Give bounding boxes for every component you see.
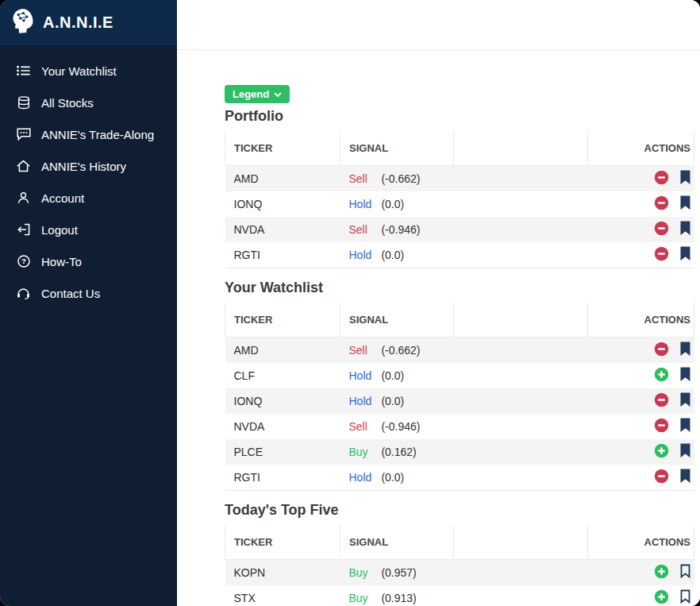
bookmark-button[interactable]: [679, 342, 691, 359]
minus-circle-icon: [654, 221, 669, 238]
bookmark-button[interactable]: [679, 443, 691, 461]
column-header-spacer: [454, 303, 588, 338]
bookmark-button[interactable]: [679, 564, 691, 581]
sidebar-item-logout[interactable]: Logout: [0, 214, 177, 245]
add-to-watchlist-button[interactable]: [654, 589, 669, 606]
column-header-ticker: TICKER: [225, 525, 340, 560]
signal-label: Sell: [349, 420, 379, 433]
signal-cell: Hold (0.0): [340, 465, 454, 491]
stock-row-rgti: RGTIHold (0.0): [225, 465, 694, 491]
sidebar-item-label: ANNIE's Trade-Along: [41, 128, 154, 141]
signal-label: Hold: [349, 369, 379, 382]
actions-cell: [588, 242, 694, 268]
spacer-cell: [454, 166, 588, 192]
sidebar-item-annie-s-history[interactable]: ANNIE's History: [0, 150, 177, 182]
signal-cell: Hold (0.0): [340, 242, 454, 268]
signal-label: Sell: [349, 344, 379, 357]
section-title-watchlist: Your Watchlist: [225, 280, 694, 296]
table-header-row: TICKER SIGNAL ACTIONS: [225, 525, 694, 560]
main-area: Legend Portfolio TICKER SIGNAL ACTIONS: [177, 0, 700, 606]
bookmark-button[interactable]: [679, 589, 691, 606]
remove-from-watchlist-button[interactable]: [654, 170, 669, 187]
remove-from-watchlist-button[interactable]: [654, 246, 669, 264]
signal-value: (0.0): [379, 369, 405, 382]
actions-cell: [588, 388, 694, 414]
remove-from-watchlist-button[interactable]: [654, 469, 669, 486]
actions-cell: [588, 363, 694, 388]
bookmark-filled-icon: [679, 221, 691, 238]
ticker-cell: STX: [225, 585, 340, 606]
signal-cell: Sell (-0.662): [340, 166, 454, 192]
column-header-actions: ACTIONS: [588, 525, 694, 560]
chevron-down-icon: [274, 88, 282, 100]
bookmark-button[interactable]: [679, 392, 691, 410]
minus-circle-icon: [654, 418, 669, 435]
signal-value: (0.913): [379, 592, 417, 604]
minus-circle-icon: [654, 246, 669, 264]
remove-from-watchlist-button[interactable]: [654, 221, 669, 238]
actions-cell: [588, 414, 694, 439]
remove-from-watchlist-button[interactable]: [654, 342, 669, 359]
actions-cell: [588, 217, 694, 242]
sidebar-item-annie-s-trade-along[interactable]: ANNIE's Trade-Along: [0, 118, 177, 150]
bookmark-outline-icon: [679, 589, 691, 606]
bookmark-button[interactable]: [679, 246, 691, 264]
sidebar-item-all-stocks[interactable]: All Stocks: [0, 87, 177, 118]
signal-cell: Buy (0.913): [340, 585, 454, 606]
sidebar-item-label: Account: [41, 191, 84, 205]
ticker-cell: RGTI: [225, 465, 340, 491]
bookmark-filled-icon: [679, 418, 691, 435]
column-header-actions: ACTIONS: [588, 131, 694, 166]
annie-logo-icon: [11, 8, 35, 37]
stock-row-stx: STXBuy (0.913): [225, 585, 694, 606]
plus-circle-icon: [654, 589, 669, 606]
remove-from-watchlist-button[interactable]: [654, 418, 669, 435]
spacer-cell: [454, 388, 588, 414]
bookmark-button[interactable]: [679, 170, 691, 187]
legend-button[interactable]: Legend: [225, 85, 290, 103]
bookmark-button[interactable]: [679, 367, 691, 384]
sidebar-item-contact-us[interactable]: Contact Us: [0, 277, 177, 309]
bookmark-filled-icon: [679, 195, 691, 213]
sidebar-item-label: ANNIE's History: [41, 160, 126, 173]
sidebar: A.N.N.I.E Your WatchlistAll StocksANNIE'…: [0, 0, 177, 606]
table-header-row: TICKER SIGNAL ACTIONS: [225, 303, 694, 338]
ticker-cell: AMD: [225, 166, 340, 192]
portfolio-section: Portfolio TICKER SIGNAL ACTIONS AMDSell …: [225, 108, 694, 268]
bookmark-button[interactable]: [679, 195, 691, 213]
add-to-watchlist-button[interactable]: [654, 564, 669, 581]
signal-value: (0.0): [379, 395, 405, 407]
svg-text:?: ?: [21, 257, 26, 265]
top-bar: [177, 0, 700, 50]
sidebar-item-label: How-To: [41, 255, 82, 268]
actions-cell: [588, 465, 694, 491]
bookmark-button[interactable]: [679, 469, 691, 486]
contact-headset-icon: [16, 287, 31, 299]
add-to-watchlist-button[interactable]: [654, 443, 669, 461]
bookmark-button[interactable]: [679, 418, 691, 435]
actions-cell: [588, 560, 694, 586]
spacer-cell: [454, 338, 588, 364]
remove-from-watchlist-button[interactable]: [654, 392, 669, 410]
minus-circle-icon: [654, 392, 669, 410]
account-user-icon: [16, 191, 31, 204]
signal-cell: Sell (-0.946): [340, 414, 454, 439]
sidebar-nav: Your WatchlistAll StocksANNIE's Trade-Al…: [0, 45, 177, 309]
stock-row-rgti: RGTIHold (0.0): [225, 242, 694, 268]
add-to-watchlist-button[interactable]: [654, 367, 669, 384]
signal-label: Hold: [349, 249, 379, 261]
signal-label: Hold: [349, 395, 379, 407]
bookmark-filled-icon: [679, 367, 691, 384]
sidebar-item-your-watchlist[interactable]: Your Watchlist: [0, 55, 177, 87]
bookmark-button[interactable]: [679, 221, 691, 238]
actions-cell: [588, 439, 694, 465]
signal-label: Buy: [349, 592, 379, 604]
actions-cell: [588, 166, 694, 192]
signal-cell: Hold (0.0): [340, 363, 454, 388]
ticker-cell: KOPN: [225, 560, 340, 586]
sidebar-item-account[interactable]: Account: [0, 182, 177, 214]
remove-from-watchlist-button[interactable]: [654, 195, 669, 213]
signal-value: (-0.662): [379, 344, 421, 357]
sidebar-item-how-to[interactable]: ?How-To: [0, 245, 177, 277]
ticker-cell: PLCE: [225, 439, 340, 465]
